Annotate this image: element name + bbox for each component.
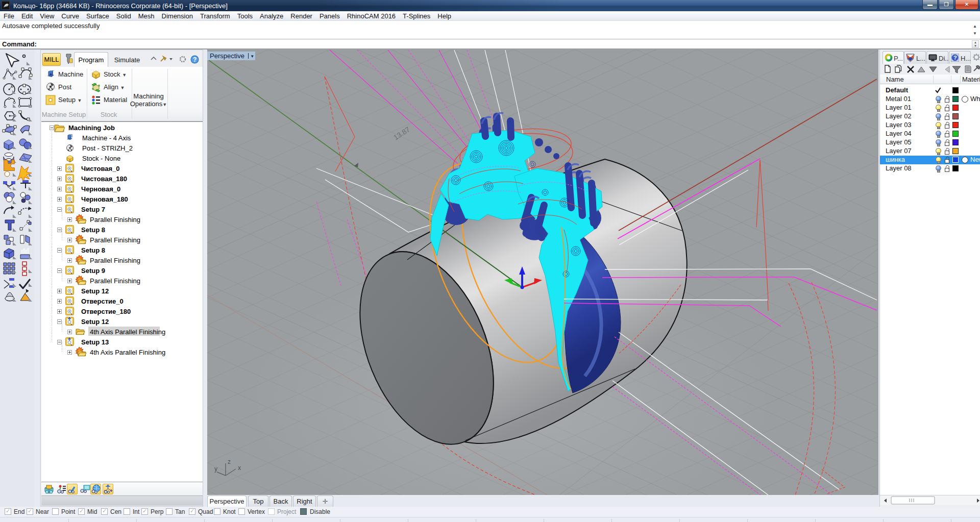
svg-text:x: x bbox=[238, 464, 241, 471]
svg-text:z: z bbox=[228, 458, 231, 465]
svg-text:?: ? bbox=[193, 56, 197, 63]
svg-text:y: y bbox=[214, 465, 217, 473]
svg-text:?: ? bbox=[953, 55, 957, 61]
